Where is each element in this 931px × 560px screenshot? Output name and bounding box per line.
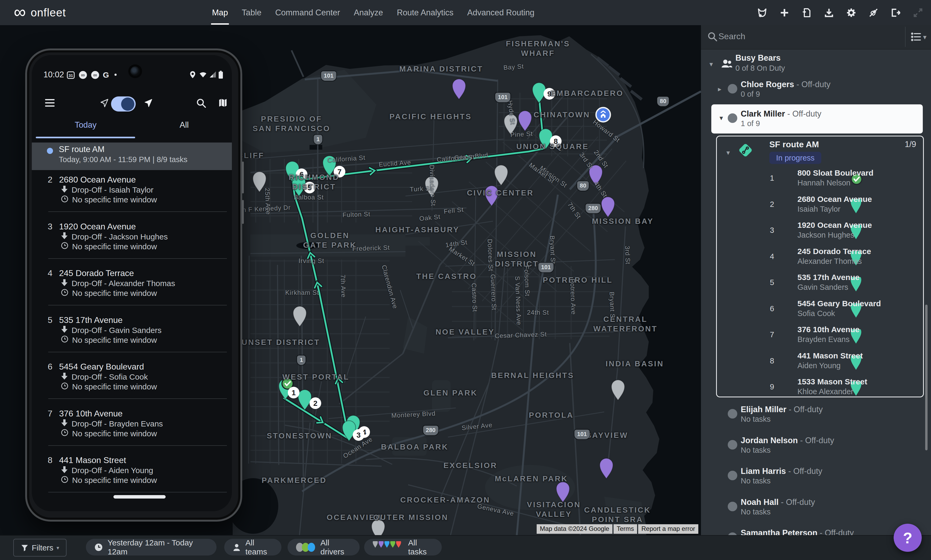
task-address: 535 17th Avenue	[59, 315, 123, 325]
route-task-4[interactable]: 4245 Dorado TerraceAlexander Thomas	[717, 245, 921, 271]
search-input[interactable]: Search	[718, 32, 745, 42]
route-task-2[interactable]: 22680 Ocean AvenueIsaiah Taylor	[717, 192, 921, 218]
route-name[interactable]: SF route AM	[769, 140, 819, 149]
task-time-window: No specific time window	[61, 242, 157, 252]
task-number: 3	[48, 222, 52, 232]
driver-row-chloe[interactable]: ▸ Chloe Rogers - Off-duty 0 of 9	[701, 78, 931, 107]
clock-icon	[61, 476, 68, 485]
search-icon[interactable]	[707, 31, 718, 43]
driver-expand-caret-icon[interactable]: ▾	[720, 114, 723, 122]
divider	[48, 445, 227, 446]
driver-task-count: 0 of 9	[741, 90, 760, 98]
route-task-7[interactable]: 7376 10th AvenueBrayden Evans	[717, 323, 921, 349]
integrations-icon[interactable]	[868, 8, 879, 18]
filter-pill-all-tasks[interactable]: All tasks	[364, 539, 442, 555]
route-task-6[interactable]: 65454 Geary BoulevardSofia Cook	[717, 297, 921, 323]
route-task-9[interactable]: 91533 Mason StreetKhloe Alexander	[717, 375, 921, 401]
map-street-label: Bryant St	[548, 235, 557, 265]
expand-icon[interactable]	[913, 8, 923, 18]
nav-tab-table[interactable]: Table	[242, 0, 261, 25]
add-icon[interactable]	[779, 8, 790, 18]
sidebar-scrollbar[interactable]	[925, 305, 928, 450]
download-icon[interactable]	[824, 8, 834, 18]
phone-task-7[interactable]: 7376 10th AvenueDrop-Off - Brayden Evans…	[32, 404, 232, 451]
driver-fox-icon[interactable]	[757, 8, 768, 18]
driver-row-clark-selected[interactable]: ▾ Clark Miller - Off-duty 1 of 9	[711, 105, 923, 134]
phone-task-6[interactable]: 65454 Geary BoulevardDrop-Off - Sofia Co…	[32, 357, 232, 404]
nav-tab-map[interactable]: Map	[212, 0, 228, 25]
drop-off-arrow-icon	[61, 326, 68, 335]
highway-shield: 101	[495, 93, 510, 102]
list-view-icon[interactable]	[911, 32, 922, 43]
divider	[48, 305, 227, 305]
driver-row-liam-harris[interactable]: Liam Harris - Off-dutyNo tasks	[701, 465, 931, 494]
clock-icon	[61, 195, 68, 205]
filter-pill-all-drivers[interactable]: All drivers	[288, 539, 360, 555]
location-toggle[interactable]	[111, 97, 136, 112]
list-view-caret-icon[interactable]: ▾	[923, 33, 926, 42]
filters-button[interactable]: Filters ▾	[13, 539, 66, 557]
driver-row-jordan-nelson[interactable]: Jordan Nelson - Off-dutyNo tasks	[701, 434, 931, 463]
tab-all[interactable]: All	[180, 120, 189, 130]
task-recipient: Khloe Alexander	[797, 387, 853, 396]
task-address: 245 Dorado Terrace	[797, 247, 871, 256]
svg-text:1: 1	[291, 389, 296, 397]
filter-pill-all-teams[interactable]: All teams	[224, 539, 281, 555]
nav-tab-route-analytics[interactable]: Route Analytics	[397, 0, 453, 25]
help-button[interactable]: ?	[894, 524, 922, 552]
phone-task-8[interactable]: 8441 Mason StreetDrop-Off - Aiden YoungN…	[32, 451, 232, 497]
phone-home-indicator[interactable]	[113, 495, 166, 498]
driver-row-noah-hall[interactable]: Noah Hall - Off-dutyNo tasks	[701, 496, 931, 525]
follow-location-on-icon[interactable]	[143, 97, 154, 110]
import-tasks-icon[interactable]	[802, 8, 812, 18]
map-area-label: NOE VALLEY	[435, 327, 495, 337]
highway-shield: 101	[321, 71, 336, 81]
route-task-3[interactable]: 31920 Ocean AvenueJackson Hughes	[717, 218, 921, 245]
nav-tab-analyze[interactable]: Analyze	[354, 0, 383, 25]
driver-status: - Off-duty	[785, 109, 821, 118]
phone-task-3[interactable]: 31920 Ocean AvenueDrop-Off - Jackson Hug…	[32, 217, 232, 263]
map-street-label: 7th Ave	[339, 274, 347, 298]
map-layers-icon[interactable]	[217, 97, 228, 110]
settings-icon[interactable]	[846, 8, 857, 18]
tab-today[interactable]: Today	[75, 120, 97, 130]
route-task-5[interactable]: 5535 17th AvenueGavin Sanders	[717, 271, 921, 297]
map-area-label: RICHMOND DISTRICT	[288, 172, 339, 192]
route-task-8[interactable]: 8441 Mason StreetAiden Young	[717, 349, 921, 375]
route-task-1[interactable]: 1800 Sloat BoulevardHannah Nelson	[717, 166, 921, 192]
phone-task-2[interactable]: 22680 Ocean AvenueDrop-Off - Isaiah Tayl…	[32, 170, 232, 217]
driver-row-elijah-miller[interactable]: Elijah Miller - Off-dutyNo tasks	[701, 403, 931, 432]
phone-route-card[interactable]: SF route AM Today, 9:00 AM - 11:59 PM | …	[32, 143, 232, 170]
menu-icon[interactable]	[45, 98, 55, 109]
route-status-dot	[47, 148, 53, 154]
task-time-window: No specific time window	[61, 475, 157, 486]
highway-shield: 101	[538, 263, 553, 272]
map-terms-link[interactable]: Terms	[613, 524, 637, 534]
nav-tab-command-center[interactable]: Command Center	[275, 0, 340, 25]
phone-task-4[interactable]: 4245 Dorado TerraceDrop-Off - Alexander …	[32, 263, 232, 310]
calendar-icon: 31	[66, 71, 75, 80]
task-address: 245 Dorado Terrace	[59, 268, 134, 278]
task-detail: Drop-Off - Isaiah Taylor	[61, 185, 153, 195]
task-detail: Drop-Off - Aiden Young	[61, 465, 153, 476]
onfleet-logo[interactable]: ∞ onfleet	[14, 0, 66, 25]
route-collapse-caret-icon[interactable]: ▾	[726, 149, 730, 157]
logout-icon[interactable]	[891, 8, 901, 18]
driver-expand-caret-icon[interactable]: ▸	[718, 85, 721, 93]
nav-tab-advanced-routing[interactable]: Advanced Routing	[467, 0, 534, 25]
location-status-icon	[189, 71, 197, 80]
map-report-error-link[interactable]: Report a map error	[638, 524, 698, 534]
team-collapse-caret-icon[interactable]: ▾	[709, 60, 713, 68]
onfleet-notification-icon: ∞	[91, 71, 100, 80]
team-header[interactable]: ▾ Busy Bears 0 of 8 On Duty	[701, 53, 931, 77]
map-area-label: UNION SQUARE	[516, 142, 589, 151]
task-address: 441 Mason Street	[797, 351, 863, 360]
search-icon[interactable]	[196, 97, 207, 110]
caret-down-icon: ▾	[57, 545, 59, 551]
task-detail: Drop-Off - Alexander Thomas	[61, 278, 175, 289]
phone-task-5[interactable]: 5535 17th AvenueDrop-Off - Gavin Sanders…	[32, 311, 232, 357]
map-street-label: Dolores St	[486, 239, 495, 272]
hub-marker[interactable]	[596, 108, 610, 122]
filter-pill-yesterday-12am-today-12am[interactable]: Yesterday 12am - Today 12am	[86, 539, 217, 555]
follow-location-off-icon[interactable]	[99, 97, 110, 110]
